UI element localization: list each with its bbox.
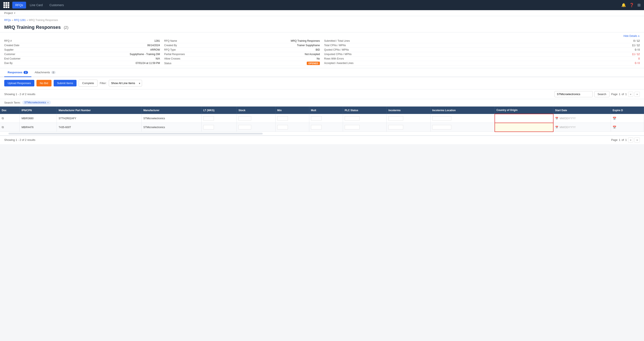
copy-icon[interactable]: ⧉ <box>2 116 4 120</box>
page-number: 1 <box>619 92 620 96</box>
incoterms-input-1[interactable] <box>388 125 403 129</box>
cell-expire-1[interactable]: 📅 <box>611 123 644 132</box>
cell-min-1[interactable] <box>275 123 309 132</box>
cell-ipn-1: MBIR4476 <box>20 123 57 132</box>
search-tag-value: STMicroelectronics <box>24 101 46 104</box>
search-button[interactable]: Search <box>594 91 610 97</box>
cell-mult-0[interactable] <box>309 114 343 123</box>
cell-ipn-0: MBIR3680 <box>20 114 57 123</box>
incoterms-input-0[interactable] <box>388 116 403 120</box>
stock-input-1[interactable] <box>238 125 251 129</box>
filter-wrap: Show All Line Items <box>109 80 142 86</box>
complete-button[interactable]: Complete <box>79 80 98 87</box>
plc-input-0[interactable] <box>345 116 360 120</box>
cell-incoterms-loc-1[interactable] <box>430 123 494 132</box>
col-country-of-origin: Country of Origin <box>495 106 553 114</box>
search-tag: STMicroelectronics × <box>22 100 51 105</box>
cell-expire-0[interactable]: 📅 <box>611 114 644 123</box>
cell-mfr-1: STMicroelectronics <box>142 123 202 132</box>
next-page-button[interactable]: » <box>634 92 640 97</box>
of-label: of <box>622 92 624 96</box>
cell-country-1[interactable] <box>495 123 553 132</box>
col-lt: LT (WKS) <box>202 106 236 114</box>
detail-rfq-type: RFQ Type BID <box>164 48 320 52</box>
country-input-0[interactable] <box>497 116 516 120</box>
col-incoterms-location: Incoterms Location <box>430 106 494 114</box>
filter-label: Filter: <box>100 81 107 85</box>
cell-doc-1[interactable]: ⧉ <box>0 123 20 132</box>
copy-icon[interactable]: ⧉ <box>2 125 4 129</box>
cell-plc-1[interactable] <box>343 123 387 132</box>
nav-customers[interactable]: Customers <box>46 2 67 8</box>
upload-responses-button[interactable]: Upload Responses <box>4 80 34 86</box>
bottom-prev-page[interactable]: « <box>628 137 634 143</box>
results-table: Doc IPN/CPN Manufacturer Part Number Man… <box>0 106 644 132</box>
tab-attachments[interactable]: Attachments 0 <box>31 68 59 77</box>
cell-incoterms-0[interactable] <box>387 114 430 123</box>
detail-rfq-name: RFQ Name MRQ Training Responses <box>164 39 320 43</box>
detail-created-by: Created By Trainer Supplyframe <box>164 43 320 48</box>
calendar-icon-start-0[interactable]: 📅 <box>555 117 558 120</box>
stock-input-0[interactable] <box>238 116 251 120</box>
incoterms-loc-input-0[interactable] <box>432 116 451 120</box>
breadcrumb-rfqs[interactable]: RFQs <box>4 19 11 21</box>
min-input-1[interactable] <box>277 125 288 129</box>
search-term-label: Search Term: <box>4 101 20 104</box>
calendar-icon-expire-1[interactable]: 📅 <box>613 126 616 129</box>
breadcrumb-rfq1281[interactable]: RFQ 1281 <box>14 19 26 21</box>
cell-stock-1[interactable] <box>237 123 276 132</box>
calendar-icon-start-1[interactable]: 📅 <box>555 126 558 129</box>
mult-input-0[interactable] <box>311 116 322 120</box>
page-title: MRQ Training Responses <box>4 24 61 30</box>
user-menu-icon[interactable]: ⊞ <box>638 3 640 7</box>
nav-line-card[interactable]: Line Card <box>27 2 46 8</box>
cell-incoterms-1[interactable] <box>387 123 430 132</box>
search-tag-close[interactable]: × <box>47 101 48 104</box>
cell-plc-0[interactable] <box>343 114 387 123</box>
cell-stock-0[interactable] <box>237 114 276 123</box>
project-label[interactable]: Project <box>4 11 13 14</box>
cell-mpn-0: STTH2R02AFY <box>57 114 142 123</box>
detail-customer: Customer Supplyframe - Training DM <box>4 52 160 56</box>
mult-input-1[interactable] <box>311 125 322 129</box>
cell-incoterms-loc-0[interactable] <box>430 114 494 123</box>
no-bid-button[interactable]: No Bid <box>36 80 52 86</box>
bottom-page-label: Page <box>611 138 618 141</box>
results-count: Showing 1 - 2 of 2 results <box>4 92 36 96</box>
help-icon[interactable]: ❓ <box>629 3 634 7</box>
bottom-total-pages: 1 <box>625 138 626 141</box>
incoterms-loc-input-1[interactable] <box>432 125 451 129</box>
plc-input-1[interactable] <box>345 125 360 129</box>
submit-items-button[interactable]: Submit Items <box>54 80 76 86</box>
lt-input-1[interactable] <box>203 125 214 129</box>
col-plc: PLC Status <box>343 106 387 114</box>
bottom-next-page[interactable]: » <box>634 137 640 143</box>
nav-rfqs[interactable]: RFQs <box>12 2 26 8</box>
detail-rfq-number: RFQ # 1281 <box>4 39 160 43</box>
prev-page-button[interactable]: « <box>628 92 634 97</box>
bottom-results-count: Showing 1 - 2 of 2 results <box>4 138 36 141</box>
min-input-0[interactable] <box>277 116 288 120</box>
lt-input-0[interactable] <box>203 116 214 120</box>
cell-mult-1[interactable] <box>309 123 343 132</box>
breadcrumb-bar: RFQs » RFQ 1281 » MRQ Training Responses <box>0 16 644 24</box>
cell-min-0[interactable] <box>275 114 309 123</box>
grid-icon[interactable] <box>4 2 9 8</box>
hide-details-link[interactable]: Hide Details ∧ <box>624 34 640 37</box>
filter-select[interactable]: Show All Line Items <box>109 80 142 86</box>
cell-lt-0[interactable] <box>202 114 236 123</box>
col-doc: Doc <box>0 106 20 114</box>
details-col1: RFQ # 1281 Created Date 06/14/2024 Suppl… <box>4 39 160 66</box>
cell-country-0[interactable] <box>495 114 553 123</box>
page-info: Page 1 of 1 « » <box>611 92 640 97</box>
calendar-icon-expire-0[interactable]: 📅 <box>613 117 616 120</box>
country-input-1[interactable] <box>497 125 516 129</box>
project-chevron[interactable]: ▾ <box>14 11 16 14</box>
tab-responses[interactable]: Responses 2 <box>4 68 31 77</box>
search-input[interactable] <box>554 91 593 97</box>
toolbar: Upload Responses No Bid Submit Items Com… <box>0 77 644 89</box>
col-expire-d: Expire D <box>611 106 644 114</box>
cell-lt-1[interactable] <box>202 123 236 132</box>
cell-doc-0[interactable]: ⧉ <box>0 114 20 123</box>
notifications-icon[interactable]: 🔔 <box>621 3 626 7</box>
